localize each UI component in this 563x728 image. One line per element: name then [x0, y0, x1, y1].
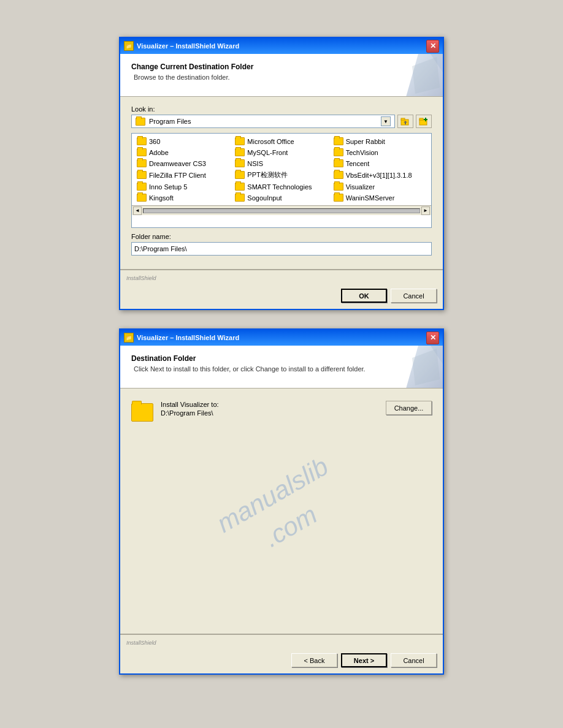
folder-icon [334, 159, 343, 167]
dialog1-footer-label-area: InstallShield [120, 270, 443, 284]
scroll-area: ◄ ► [132, 205, 431, 215]
dialog2-header-subtitle: Click Next to install to this folder, or… [131, 365, 432, 373]
folder-name: Microsoft Office [247, 138, 294, 145]
combo-folder-icon [136, 118, 145, 126]
file-item[interactable]: 360 [134, 136, 232, 146]
cancel-button[interactable]: Cancel [391, 289, 437, 303]
folder-name: NSIS [247, 160, 263, 167]
file-item[interactable]: Dreamweaver CS3 [134, 158, 232, 169]
file-item[interactable]: WaninSMServer [331, 192, 429, 203]
folder-name-input[interactable] [131, 242, 432, 256]
scroll-left-button[interactable]: ◄ [133, 207, 142, 215]
dialog2-footer-label-area: InstallShield [120, 634, 443, 648]
change-button[interactable]: Change... [386, 401, 432, 415]
file-item[interactable]: SogouInput [232, 192, 330, 203]
file-item[interactable]: Super Rabbit [331, 136, 429, 146]
folder-icon [137, 171, 147, 179]
dialog1-window: 📁 Visualizer – InstallShield Wizard ✕ Ch… [119, 37, 444, 310]
file-item[interactable]: Microsoft Office [232, 136, 330, 146]
file-item[interactable]: Adobe [134, 147, 232, 157]
file-item[interactable]: SMART Technologies [232, 181, 330, 192]
folder-name: TechVision [346, 149, 378, 156]
combo-dropdown-arrow[interactable]: ▼ [381, 116, 391, 126]
dialog2-installshield-label: InstallShield [126, 640, 156, 646]
folder-icon [235, 171, 245, 179]
dialog1-header-decoration [394, 54, 443, 97]
dialog1-header: Change Current Destination Folder Browse… [120, 54, 443, 97]
folder-name: Kingsoft [149, 194, 174, 202]
folder-name: Tencent [346, 160, 370, 167]
new-folder-button[interactable] [416, 115, 432, 128]
dialog2-header-title: Destination Folder [131, 354, 432, 363]
dialog2-header-decoration [394, 346, 443, 389]
install-path-section: Install Visualizer to: D:\Program Files\… [120, 389, 443, 462]
large-content-area [120, 462, 443, 634]
back-button[interactable]: < Back [291, 653, 337, 667]
file-item[interactable]: Tencent [331, 158, 429, 169]
folder-name: 360 [149, 138, 160, 145]
folder-name: Inno Setup 5 [149, 183, 187, 191]
dialog2-window: 📁 Visualizer – InstallShield Wizard ✕ De… [119, 328, 444, 675]
folder-icon [334, 194, 343, 202]
file-item[interactable]: Inno Setup 5 [134, 181, 232, 192]
folder-name: SMART Technologies [247, 183, 312, 191]
folder-name: WaninSMServer [346, 194, 395, 202]
next-button[interactable]: Next > [341, 653, 387, 667]
folder-name: SogouInput [247, 194, 282, 202]
folder-name: Dreamweaver CS3 [149, 160, 206, 167]
folder-icon [137, 194, 147, 202]
dialog2-close-button[interactable]: ✕ [426, 332, 439, 344]
file-item[interactable]: FileZilla FTP Client [134, 169, 232, 181]
look-in-label: Look in: [131, 105, 432, 113]
folder-icon [235, 194, 245, 202]
file-grid: 360Microsoft OfficeSuper RabbitAdobeMySQ… [132, 134, 431, 205]
look-in-combo[interactable]: Program Files ▼ [131, 115, 395, 128]
file-item[interactable]: Kingsoft [134, 192, 232, 203]
folder-icon [334, 183, 343, 191]
look-in-value: Program Files [145, 118, 381, 125]
folder-name: FileZilla FTP Client [149, 172, 206, 179]
dialog2-cancel-button[interactable]: Cancel [391, 653, 437, 667]
install-info: Install Visualizer to: D:\Program Files\ [161, 401, 378, 417]
look-in-combo-row: Program Files ▼ [131, 115, 432, 128]
dialog2-header: Destination Folder Click Next to install… [120, 346, 443, 389]
scroll-right-button[interactable]: ► [421, 207, 430, 215]
folder-name-row: Folder name: [131, 233, 432, 256]
folder-icon [235, 183, 245, 191]
folder-name: VbsEdit+v3[1][1].3.1.8 [346, 172, 412, 179]
dialog2-title-bar: 📁 Visualizer – InstallShield Wizard ✕ [120, 330, 443, 346]
dialog1-content: Look in: Program Files ▼ [120, 97, 443, 269]
svg-rect-4 [401, 118, 405, 120]
file-browser: 360Microsoft OfficeSuper RabbitAdobeMySQ… [131, 133, 432, 228]
scroll-track[interactable] [143, 208, 420, 213]
file-item[interactable]: TechVision [331, 147, 429, 157]
folder-icon [235, 137, 245, 145]
dialog1-header-subtitle: Browse to the destination folder. [131, 74, 432, 81]
folder-name: Adobe [149, 149, 169, 156]
up-folder-button[interactable] [397, 115, 413, 128]
folder-icon [235, 159, 245, 167]
folder-name: Super Rabbit [346, 138, 385, 145]
dialog2-app-icon: 📁 [124, 333, 134, 343]
svg-rect-6 [419, 118, 423, 120]
ok-button[interactable]: OK [341, 289, 387, 303]
folder-name: Visualizer [346, 183, 375, 191]
dialog1-button-row: OK Cancel [120, 284, 443, 309]
folder-icon [334, 137, 343, 145]
folder-icon [137, 148, 147, 156]
dialog1-app-icon: 📁 [124, 41, 134, 51]
folder-icon [137, 137, 147, 145]
dialog2-body: Install Visualizer to: D:\Program Files\… [120, 389, 443, 634]
folder-name: PPT检测软件 [247, 170, 287, 180]
file-item[interactable]: NSIS [232, 158, 330, 169]
folder-icon [137, 159, 147, 167]
dialog1-title: Visualizer – InstallShield Wizard [137, 42, 426, 50]
file-item[interactable]: MySQL-Front [232, 147, 330, 157]
folder-icon [137, 183, 147, 191]
dialog1-installshield-label: InstallShield [126, 275, 156, 281]
dialog1-close-button[interactable]: ✕ [426, 40, 439, 53]
file-item[interactable]: VbsEdit+v3[1][1].3.1.8 [331, 169, 429, 181]
file-item[interactable]: PPT检测软件 [232, 169, 330, 181]
install-label: Install Visualizer to: [161, 401, 378, 408]
file-item[interactable]: Visualizer [331, 181, 429, 192]
